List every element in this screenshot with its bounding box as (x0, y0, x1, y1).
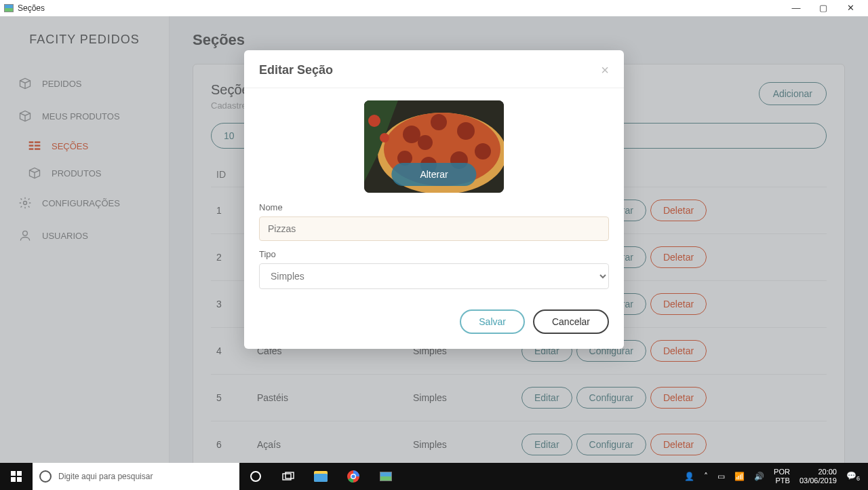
svg-point-11 (403, 126, 420, 143)
system-tray[interactable]: 👤 ˄ ▭ 📶 🔊 PORPTB 20:0003/06/2019 💬6 (676, 463, 868, 490)
volume-icon[interactable]: 🔊 (754, 472, 764, 481)
save-button[interactable]: Salvar (460, 309, 525, 334)
nome-label: Nome (259, 202, 609, 212)
cancel-button[interactable]: Cancelar (533, 309, 609, 334)
maximize-button[interactable]: ▢ (810, 0, 837, 16)
svg-rect-23 (11, 477, 16, 482)
window-titlebar: Seções — ▢ ✕ (0, 0, 868, 16)
taskbar-app-facity[interactable] (370, 463, 402, 490)
svg-rect-24 (17, 477, 22, 482)
notifications-icon[interactable]: 💬6 (846, 471, 860, 482)
svg-rect-22 (17, 471, 22, 476)
task-view-icon[interactable] (272, 463, 304, 490)
search-icon (39, 470, 52, 483)
tipo-label: Tipo (259, 249, 609, 259)
svg-point-12 (431, 114, 447, 130)
nome-input[interactable] (259, 216, 609, 241)
battery-icon[interactable]: ▭ (717, 472, 725, 481)
tray-language[interactable]: PORPTB (774, 468, 790, 485)
taskbar: Digite aqui para pesquisar 👤 ˄ ▭ 📶 🔊 POR… (0, 463, 868, 490)
search-placeholder: Digite aqui para pesquisar (58, 472, 153, 481)
svg-point-19 (368, 115, 380, 127)
svg-point-20 (380, 133, 389, 143)
close-window-button[interactable]: ✕ (837, 0, 864, 16)
svg-point-13 (457, 122, 475, 140)
tray-clock[interactable]: 20:0003/06/2019 (800, 468, 837, 485)
svg-point-18 (418, 135, 433, 150)
taskbar-search[interactable]: Digite aqui para pesquisar (33, 463, 239, 490)
window-title: Seções (18, 3, 45, 13)
change-image-button[interactable]: Alterar (391, 163, 476, 186)
edit-section-modal: Editar Seção × Alte (244, 50, 624, 349)
taskbar-app-chrome[interactable] (337, 463, 370, 490)
app-icon (4, 4, 14, 12)
modal-title: Editar Seção (259, 63, 601, 77)
wifi-icon[interactable]: 📶 (734, 472, 745, 481)
start-button[interactable] (0, 463, 33, 490)
tray-chevron-icon[interactable]: ˄ (704, 472, 708, 481)
svg-rect-28 (314, 474, 328, 482)
section-image: Alterar (364, 100, 504, 193)
taskbar-app-explorer[interactable] (304, 463, 337, 490)
minimize-button[interactable]: — (783, 0, 810, 16)
svg-rect-21 (11, 471, 16, 476)
svg-point-14 (475, 143, 491, 159)
close-icon[interactable]: × (601, 62, 609, 78)
cortana-icon[interactable] (239, 463, 272, 490)
people-icon[interactable]: 👤 (684, 472, 694, 481)
tipo-select[interactable]: Simples (259, 263, 609, 289)
svg-point-31 (351, 474, 355, 478)
